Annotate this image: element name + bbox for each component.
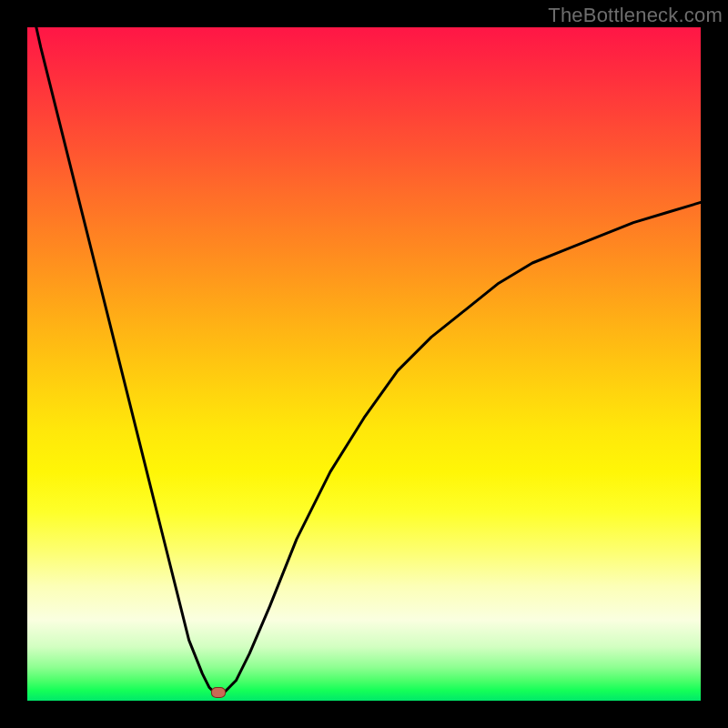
bottleneck-curve [27, 27, 701, 701]
watermark-text: TheBottleneck.com [548, 4, 723, 27]
plot-area [27, 27, 701, 701]
optimum-marker [211, 687, 226, 698]
chart-frame: TheBottleneck.com [0, 0, 728, 728]
